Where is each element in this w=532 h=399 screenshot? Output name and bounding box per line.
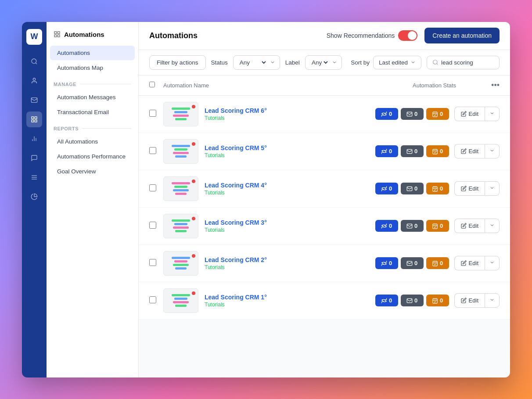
- thumb-line-1: [172, 108, 191, 110]
- thumb-status-dot: [192, 217, 195, 220]
- label-chevron-icon: [332, 60, 337, 65]
- reports-section-label: REPORTS: [47, 120, 138, 134]
- sort-select-value: Last edited: [379, 59, 408, 66]
- row-checkbox-1[interactable]: [149, 110, 156, 117]
- stat-badge-email: 0: [401, 295, 424, 306]
- label-select[interactable]: Any: [305, 55, 342, 70]
- automation-tag-2: Tutorials: [205, 152, 375, 158]
- svg-point-0: [32, 59, 36, 64]
- nav-icon-reports[interactable]: [26, 131, 42, 147]
- sidebar-item-automations-performance[interactable]: Automations Performance: [50, 149, 135, 164]
- nav-icon-email[interactable]: [26, 92, 42, 108]
- row-checkbox-container: [149, 147, 163, 156]
- nav-icon-chat[interactable]: [26, 150, 42, 166]
- automation-thumbnail-6: [163, 288, 198, 313]
- row-dropdown-button-2[interactable]: [485, 144, 500, 158]
- edit-button-5[interactable]: Edit: [454, 256, 485, 270]
- sidebar-item-automation-messages[interactable]: Automation Messages: [50, 90, 135, 104]
- svg-rect-2: [31, 97, 37, 102]
- nav-icon-search[interactable]: [26, 54, 42, 69]
- row-checkbox-2[interactable]: [149, 147, 156, 154]
- left-nav-header: Automations: [47, 31, 138, 45]
- nav-icon-content[interactable]: [26, 169, 42, 185]
- label-select-input[interactable]: Any: [310, 59, 329, 66]
- row-dropdown-button-6[interactable]: [485, 293, 500, 308]
- table-header: Automation Name Automation Stats •••: [139, 75, 510, 96]
- toggle-switch[interactable]: [398, 30, 417, 41]
- row-stats-1: 0 0 0: [375, 108, 449, 120]
- automation-name-2[interactable]: Lead Scoring CRM 5°: [205, 144, 375, 151]
- automation-info-6: Lead Scoring CRM 1° Tutorials: [205, 294, 375, 308]
- label-label: Label: [285, 59, 300, 66]
- status-select[interactable]: Any Active Inactive: [233, 55, 280, 70]
- nav-icon-analytics[interactable]: [26, 189, 42, 205]
- row-actions-1: Edit: [454, 107, 500, 121]
- edit-button-4[interactable]: Edit: [454, 219, 485, 233]
- row-dropdown-button-4[interactable]: [485, 219, 500, 233]
- dropdown-chevron-icon: [489, 148, 495, 153]
- sort-group: Sort by Last edited: [351, 56, 421, 69]
- edit-button-2[interactable]: Edit: [454, 144, 485, 158]
- svg-rect-6: [32, 120, 34, 122]
- automation-name-5[interactable]: Lead Scoring CRM 2°: [205, 256, 375, 263]
- thumb-status-dot: [192, 254, 195, 258]
- row-dropdown-button-3[interactable]: [485, 181, 500, 196]
- row-dropdown-button-5[interactable]: [485, 256, 500, 270]
- thumb-line-4: [175, 155, 187, 158]
- thumb-line-3: [173, 152, 189, 154]
- automation-name-4[interactable]: Lead Scoring CRM 3°: [205, 219, 375, 226]
- stat-badge-sync: 0: [375, 295, 398, 306]
- automation-thumbnail-3: [163, 176, 198, 201]
- thumb-status-dot: [192, 142, 195, 146]
- stat-badge-sync: 0: [375, 108, 398, 120]
- automation-name-1[interactable]: Lead Scoring CRM 6°: [205, 107, 375, 114]
- table-row: Lead Scoring CRM 1° Tutorials 0 0 0 Edit: [139, 282, 510, 320]
- edit-button-6[interactable]: Edit: [454, 293, 485, 308]
- nav-icon-contacts[interactable]: [26, 73, 42, 89]
- row-checkbox-3[interactable]: [149, 184, 156, 191]
- select-all-checkbox[interactable]: [149, 82, 155, 87]
- status-chevron-icon: [270, 60, 275, 65]
- thumb-line-1: [172, 145, 191, 147]
- row-checkbox-4[interactable]: [149, 222, 156, 229]
- sidebar-item-automations[interactable]: Automations: [50, 46, 135, 60]
- sidebar-item-transactional-email[interactable]: Transactional Email: [50, 105, 135, 119]
- status-label: Status: [211, 59, 228, 66]
- automation-name-6[interactable]: Lead Scoring CRM 1°: [205, 294, 375, 301]
- table-rows: Lead Scoring CRM 6° Tutorials 0 0 0 Edit: [139, 96, 510, 320]
- table-header-more-icon[interactable]: •••: [491, 81, 500, 90]
- automation-info-3: Lead Scoring CRM 4° Tutorials: [205, 182, 375, 196]
- svg-rect-20: [407, 149, 412, 153]
- stat-badge-email: 0: [401, 145, 424, 157]
- thumb-line-4: [175, 118, 187, 120]
- svg-rect-3: [32, 117, 34, 119]
- status-select-input[interactable]: Any Active Inactive: [238, 59, 267, 66]
- filter-by-actions-button[interactable]: Filter by actions: [149, 55, 206, 70]
- thumb-line-4: [175, 193, 187, 195]
- stat-badge-task: 0: [426, 108, 449, 120]
- thumb-line-2: [174, 223, 187, 225]
- sidebar-item-goal-overview[interactable]: Goal Overview: [50, 164, 135, 179]
- edit-button-3[interactable]: Edit: [454, 181, 485, 196]
- sidebar-item-automations-map[interactable]: Automations Map: [50, 61, 135, 75]
- sidebar-item-all-automations[interactable]: All Automations: [50, 134, 135, 149]
- top-header: Automations Show Recommendations Create …: [139, 22, 510, 50]
- page-title: Automations: [149, 31, 198, 40]
- search-input[interactable]: [441, 59, 494, 66]
- row-dropdown-button-1[interactable]: [485, 107, 500, 121]
- row-checkbox-6[interactable]: [149, 296, 156, 303]
- svg-rect-19: [433, 112, 438, 117]
- col-automation-stats: Automation Stats: [413, 82, 456, 89]
- row-stats-2: 0 0 0: [375, 145, 449, 157]
- nav-icon-automations[interactable]: [26, 111, 42, 127]
- create-automation-button[interactable]: Create an automation: [424, 28, 500, 43]
- toggle-knob: [408, 31, 417, 40]
- row-actions-3: Edit: [454, 181, 500, 196]
- sort-select[interactable]: Last edited: [373, 56, 421, 69]
- row-checkbox-5[interactable]: [149, 259, 156, 266]
- edit-button-1[interactable]: Edit: [454, 107, 485, 121]
- automation-name-3[interactable]: Lead Scoring CRM 4°: [205, 182, 375, 189]
- sort-chevron-icon: [410, 60, 416, 65]
- stat-badge-email: 0: [401, 108, 424, 120]
- show-recommendations-label: Show Recommendations: [327, 32, 395, 39]
